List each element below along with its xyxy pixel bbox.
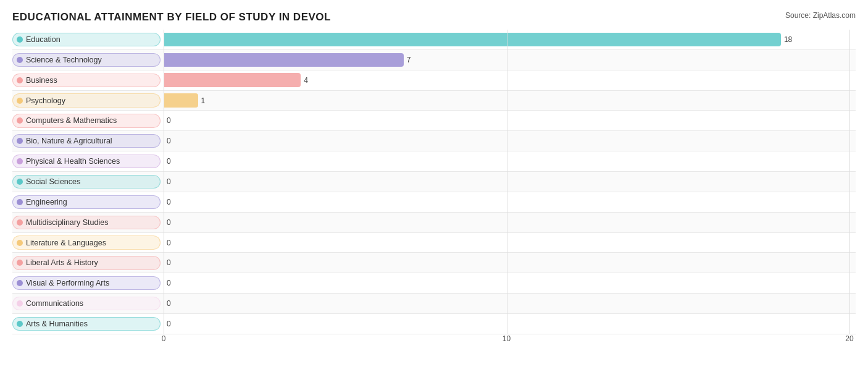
bar-value-label: 18: [784, 35, 792, 44]
bar-row: Business4: [12, 70, 856, 91]
bar-dot: [17, 98, 23, 104]
bar-fill: [164, 93, 198, 107]
bars-section: Education18Science & Technology7Business…: [12, 30, 856, 334]
bar-label-pill: Liberal Arts & History: [12, 256, 161, 269]
bar-dot: [17, 260, 23, 266]
bar-label-text: Visual & Performing Arts: [26, 279, 109, 287]
bar-dot: [17, 36, 23, 43]
bar-row: Literature & Languages0: [12, 233, 856, 253]
bar-dot: [17, 219, 23, 226]
bar-dot: [17, 77, 23, 83]
bar-row: Education18: [12, 30, 856, 50]
bar-row: Multidisciplinary Studies0: [12, 213, 856, 233]
bar-dot: [17, 179, 23, 185]
bar-value-label: 4: [304, 76, 308, 85]
chart-area: Education18Science & Technology7Business…: [12, 30, 856, 353]
bar-label-pill: Education: [12, 33, 161, 46]
bar-label-text: Physical & Health Sciences: [26, 157, 120, 166]
bar-value-label: 0: [167, 279, 171, 287]
bar-row: Liberal Arts & History0: [12, 253, 856, 273]
bar-value-label: 0: [167, 116, 171, 125]
bar-value-label: 0: [167, 299, 171, 308]
bar-label-pill: Communications: [12, 297, 161, 310]
bar-dot: [17, 158, 23, 164]
bar-dot: [17, 199, 23, 205]
bar-label-text: Multidisciplinary Studies: [26, 218, 108, 227]
bar-label-text: Computers & Mathematics: [26, 116, 117, 125]
bar-label-pill: Visual & Performing Arts: [12, 276, 161, 290]
bar-label-pill: Multidisciplinary Studies: [12, 216, 161, 229]
grid-line: [164, 30, 164, 334]
bar-value-label: 0: [167, 239, 171, 247]
x-tick-label: 10: [503, 334, 511, 343]
bar-value-label: 7: [407, 56, 411, 64]
grid-line: [507, 30, 507, 334]
bar-row: Psychology1: [12, 91, 856, 111]
bar-label-pill: Physical & Health Sciences: [12, 155, 161, 168]
bar-value-label: 0: [167, 177, 171, 186]
bar-label-pill: Science & Technology: [12, 53, 161, 67]
bar-value-label: 0: [167, 137, 171, 145]
bar-fill: [164, 73, 301, 87]
bar-row: Engineering0: [12, 192, 856, 213]
source-text: Source: ZipAtlas.com: [785, 11, 856, 20]
bar-label-text: Arts & Humanities: [26, 320, 88, 328]
bar-label-text: Bio, Nature & Agricultural: [26, 137, 112, 145]
bar-label-pill: Arts & Humanities: [12, 317, 161, 331]
bar-label-pill: Social Sciences: [12, 175, 161, 189]
bar-label-pill: Business: [12, 74, 161, 87]
bar-row: Computers & Mathematics0: [12, 111, 856, 131]
bar-row: Bio, Nature & Agricultural0: [12, 131, 856, 151]
bar-fill: [164, 33, 781, 46]
x-axis: 01020: [12, 334, 856, 353]
bar-value-label: 0: [167, 218, 171, 227]
bar-row: Physical & Health Sciences0: [12, 151, 856, 172]
bar-fill: [164, 53, 404, 67]
bar-label-pill: Bio, Nature & Agricultural: [12, 134, 161, 148]
bar-row: Social Sciences0: [12, 172, 856, 192]
bar-value-label: 0: [167, 258, 171, 267]
bar-dot: [17, 138, 23, 144]
x-tick-label: 20: [845, 334, 853, 343]
bar-value-label: 0: [167, 198, 171, 206]
bar-label-pill: Psychology: [12, 93, 161, 107]
bar-dot: [17, 280, 23, 286]
bar-label-pill: Computers & Mathematics: [12, 114, 161, 127]
bar-label-pill: Literature & Languages: [12, 235, 161, 249]
chart-title: EDUCATIONAL ATTAINMENT BY FIELD OF STUDY…: [12, 11, 856, 23]
bar-row: Visual & Performing Arts0: [12, 273, 856, 294]
bar-label-text: Liberal Arts & History: [26, 258, 98, 267]
x-tick-label: 0: [162, 334, 166, 343]
bar-label-text: Business: [26, 76, 57, 85]
bar-row: Science & Technology7: [12, 50, 856, 70]
bar-value-label: 0: [167, 320, 171, 328]
bar-label-text: Literature & Languages: [26, 239, 106, 247]
bar-dot: [17, 300, 23, 307]
bar-label-pill: Engineering: [12, 195, 161, 209]
bar-label-text: Education: [26, 35, 61, 44]
bar-row: Communications0: [12, 294, 856, 314]
bar-label-text: Engineering: [26, 198, 67, 206]
bar-value-label: 0: [167, 157, 171, 166]
bar-dot: [17, 240, 23, 246]
bar-row: Arts & Humanities0: [12, 314, 856, 334]
bar-label-text: Communications: [26, 299, 83, 308]
chart-container: EDUCATIONAL ATTAINMENT BY FIELD OF STUDY…: [0, 0, 868, 390]
bar-dot: [17, 57, 23, 63]
bar-dot: [17, 321, 23, 327]
bar-label-text: Psychology: [26, 96, 65, 105]
bar-label-text: Social Sciences: [26, 177, 80, 186]
bar-label-text: Science & Technology: [26, 56, 102, 64]
bar-dot: [17, 117, 23, 124]
grid-line: [849, 30, 850, 334]
bar-value-label: 1: [201, 96, 206, 105]
